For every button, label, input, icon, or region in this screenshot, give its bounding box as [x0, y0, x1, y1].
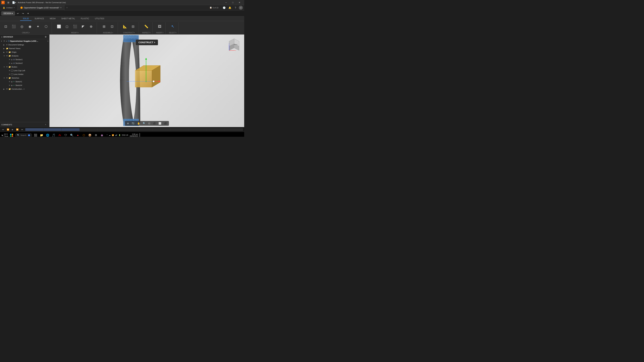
browser-settings-button[interactable]: ⚙: [43, 34, 48, 39]
redo-button[interactable]: ↪: [21, 11, 25, 16]
select-label[interactable]: SELECT ▾: [169, 31, 176, 34]
clock-icon-button[interactable]: 🕐: [222, 5, 226, 10]
insert-label[interactable]: INSERT ▾: [156, 31, 163, 34]
pan-button[interactable]: ✋: [136, 122, 141, 125]
timeline-track[interactable]: [25, 128, 243, 131]
bodies-eye-icon[interactable]: 👁: [6, 66, 8, 68]
analysis-eye-icon[interactable]: 👁: [6, 55, 8, 57]
display-mode-button[interactable]: ⬛: [152, 122, 156, 125]
tab-add-button[interactable]: +: [64, 6, 70, 9]
tab-untitled[interactable]: 🔒 Untitled ✕: [0, 5, 18, 10]
section1-eye-icon[interactable]: 👁: [9, 59, 10, 60]
sketch1-eye-icon[interactable]: 👁: [9, 81, 10, 83]
maximize-button[interactable]: □: [230, 0, 236, 5]
tab-solid[interactable]: SOLID: [20, 17, 32, 21]
fillet-button[interactable]: ◻: [63, 24, 70, 29]
taskbar-search[interactable]: 🔍 Search ⬤: [15, 133, 32, 137]
comments-add-button[interactable]: +: [43, 122, 48, 127]
undo-button[interactable]: ↩: [16, 11, 20, 16]
cylinder-button[interactable]: ◎: [18, 24, 26, 29]
tab-goggles[interactable]: 🟠 Oppeneheimer Goggles (v102~recovered)*…: [18, 5, 64, 10]
browser-item-construction[interactable]: ▶ 👁 📁 Construction , +: [0, 87, 49, 91]
tray-ime[interactable]: ENG UK: [122, 134, 128, 136]
music-icon[interactable]: 🎵: [51, 133, 56, 137]
tab-surface[interactable]: SURFACE: [32, 17, 47, 21]
origin-eye-icon[interactable]: 👁: [6, 51, 8, 53]
measure-button[interactable]: 📏: [143, 24, 150, 29]
taskview-button[interactable]: ⬛: [33, 133, 38, 137]
settings-icon[interactable]: ⚙: [93, 133, 98, 137]
3d-viewport[interactable]: CONSTRUCT >: [50, 34, 244, 127]
browser-item-bodies[interactable]: ▼ 👁 📁 Bodies: [0, 65, 49, 69]
browser-item-root[interactable]: ▼ 👁 ● ⬡ Oppeneheimer Goggles (v102:... ⚙: [0, 39, 49, 43]
start-button[interactable]: [9, 133, 14, 137]
tab-plastic[interactable]: PLASTIC: [78, 17, 92, 21]
as-built-joint-button[interactable]: ⊡: [108, 24, 116, 29]
construct-label[interactable]: CONSTRUCT ▾: [123, 31, 135, 34]
construction-eye-icon[interactable]: 👁: [6, 88, 8, 90]
browser-item-lens-cap[interactable]: 👁 Lens Cap Left: [0, 69, 49, 72]
tab-close-untitled[interactable]: ✕: [14, 7, 15, 8]
history-dropdown[interactable]: ▾: [26, 11, 30, 16]
browser-icon[interactable]: 🌐: [45, 133, 50, 137]
browser-item-sketch4[interactable]: 👁 ◉ ✏ Sketch4: [0, 83, 49, 87]
chamfer-button[interactable]: ⬛: [71, 24, 79, 29]
tab-sheet-metal[interactable]: SHEET METAL: [58, 17, 78, 21]
timeline-prev[interactable]: ⏪: [6, 128, 10, 131]
tab-utilities[interactable]: UTILITIES: [92, 17, 107, 21]
visual-style-button[interactable]: ⬜: [158, 122, 162, 125]
browser-item-lens-holder[interactable]: 👁 Lens Holder: [0, 72, 49, 76]
orbit-button[interactable]: ⊕: [126, 122, 130, 125]
lens-holder-eye-icon[interactable]: 👁: [9, 73, 10, 75]
section2-eye-icon[interactable]: 👁: [9, 62, 10, 64]
tray-volume[interactable]: 🔊: [115, 134, 117, 136]
offset-plane-button[interactable]: 📐: [121, 24, 129, 29]
menu-grid-button[interactable]: ⊞: [6, 0, 11, 5]
browser-item-sketch1[interactable]: 👁 ◉ ✏ Sketch1: [0, 80, 49, 83]
shell-button[interactable]: ◤: [79, 24, 87, 29]
weather-widget[interactable]: 🌤 25°C Clear: [1, 133, 8, 137]
design-mode-button[interactable]: DESIGN ▾: [1, 11, 15, 15]
show-desktop-button[interactable]: [139, 133, 140, 137]
sphere-button[interactable]: ◉: [26, 24, 34, 29]
tray-cloud[interactable]: ☁: [109, 134, 110, 136]
new-component-button[interactable]: ⊡: [2, 24, 10, 29]
move-button[interactable]: ⊕: [88, 24, 95, 29]
file-button[interactable]: 📄▾: [12, 0, 16, 5]
tray-overflow[interactable]: ^: [107, 134, 108, 136]
timeline-next[interactable]: ⏩: [16, 128, 19, 131]
game-icon[interactable]: ⬡: [81, 133, 86, 137]
timeline-play[interactable]: ▶: [11, 128, 14, 131]
browser-item-named-views[interactable]: ▶ 📁 Named Views: [0, 46, 49, 50]
file-explorer-icon[interactable]: 📁: [39, 133, 44, 137]
insert-button[interactable]: 🖼: [156, 24, 163, 29]
timeline-go-start[interactable]: ⏮: [1, 128, 5, 131]
tab-close-goggles[interactable]: ✕: [60, 7, 62, 8]
sketch4-eye-icon[interactable]: 👁: [9, 84, 10, 86]
press-pull-button[interactable]: ⬜: [55, 24, 62, 29]
root-settings-icon[interactable]: ⚙: [47, 40, 49, 42]
browser-item-analysis[interactable]: ▼ 👁 📁 Analysis: [0, 54, 49, 58]
camera-button[interactable]: 📷: [131, 122, 135, 125]
browser-item-origin[interactable]: ▶ 👁 📁 Origin: [0, 50, 49, 54]
create-label[interactable]: CREATE ▾: [22, 31, 30, 34]
torus-button[interactable]: ✦: [34, 24, 42, 29]
canvas-button[interactable]: ⬛: [163, 122, 168, 125]
inspect-label[interactable]: INSPECT ▾: [142, 31, 150, 34]
select-button[interactable]: ↖: [169, 24, 176, 29]
adobe-icon[interactable]: Ai: [57, 133, 62, 137]
notification-button[interactable]: 🔔: [228, 5, 232, 10]
browser-item-section1[interactable]: 👁 ◉ ⊞ Section1: [0, 58, 49, 61]
joint-button[interactable]: ⊞: [100, 24, 108, 29]
user-avatar[interactable]: U: [239, 6, 243, 10]
browser-item-doc-settings[interactable]: ▶ ⚙ Document Settings: [0, 43, 49, 46]
box-button[interactable]: ⬛: [10, 24, 18, 29]
zoom-button[interactable]: 🔍: [142, 122, 146, 125]
tab-mesh[interactable]: MESH: [47, 17, 58, 21]
timeline-go-end[interactable]: ⏭: [21, 128, 24, 131]
browser-item-sketches[interactable]: ▼ 👁 📁 Sketches: [0, 76, 49, 80]
root-eye-icon[interactable]: 👁: [3, 40, 5, 42]
sphere-app-icon[interactable]: ◉: [99, 133, 105, 137]
search-app-icon[interactable]: 🔍: [69, 133, 74, 137]
sketches-eye-icon[interactable]: 👁: [6, 77, 8, 79]
